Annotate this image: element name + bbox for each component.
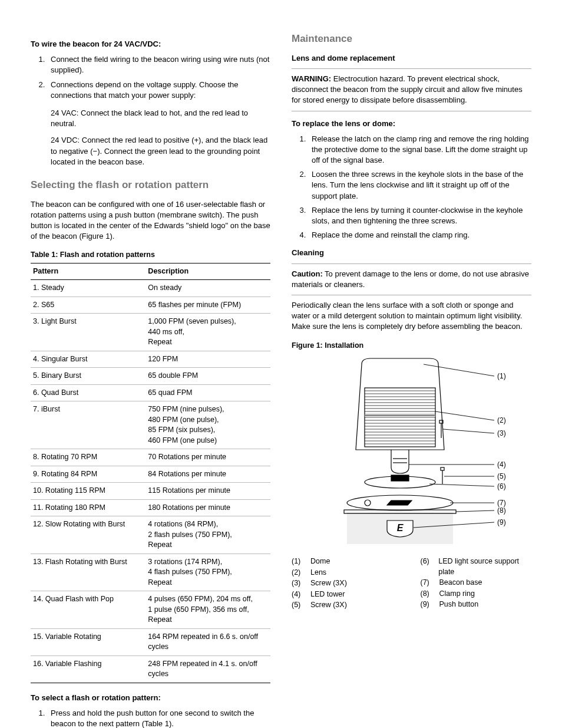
svg-line-41 [456, 510, 494, 512]
th-pattern: Pattern [31, 263, 146, 280]
caution-block: Caution: To prevent damage to the lens o… [292, 269, 531, 290]
legend-item: (5)Screw (3X) [292, 600, 403, 611]
cell-description: 180 Rotations per minute [146, 499, 270, 516]
table-row: 3. Light Burst1,000 FPM (seven pulses), … [31, 314, 270, 351]
select-steps-list: Press and hold the push button for one s… [31, 708, 270, 728]
wire-step: Connections depend on the voltage supply… [47, 80, 270, 101]
select-sub: To select a flash or rotation pattern: [31, 693, 270, 703]
legend-item: (7)Beacon base [421, 578, 532, 588]
cleaning-sub: Cleaning [292, 248, 531, 258]
callout-6: (6) [497, 482, 506, 490]
installation-figure: E (1) (2) (3) [292, 355, 531, 550]
legend-num: (8) [421, 589, 434, 599]
select-step: Press and hold the push button for one s… [47, 708, 270, 728]
legend-num: (9) [421, 599, 434, 610]
cell-pattern: 4. Singular Burst [31, 351, 146, 368]
legend-text: Screw (3X) [310, 578, 347, 589]
legend-item: (8)Clamp ring [421, 589, 532, 599]
legend-item: (6)LED light source support plate [421, 556, 532, 577]
legend-num: (2) [292, 568, 305, 578]
legend-text: Dome [310, 556, 330, 567]
table-row: 10. Rotating 115 RPM115 Rotations per mi… [31, 483, 270, 500]
cleaning-para: Periodically clean the lens surface with… [292, 300, 531, 332]
replace-step: Release the latch on the clamp ring and … [308, 134, 531, 166]
legend-text: Lens [310, 568, 326, 578]
callout-2: (2) [497, 416, 506, 424]
cell-pattern: 11. Rotating 180 RPM [31, 499, 146, 516]
right-column: Maintenance Lens and dome replacement WA… [292, 32, 531, 728]
callout-7: (7) [497, 499, 506, 507]
cell-pattern: 12. Slow Rotating with Burst [31, 516, 146, 554]
lens-dome-sub: Lens and dome replacement [292, 53, 531, 64]
table-row: 5. Binary Burst65 double FPM [31, 368, 270, 385]
cell-description: 70 Rotations per minute [146, 449, 270, 466]
divider [292, 111, 531, 111]
wire-heading: To wire the beacon for 24 VAC/VDC: [31, 39, 270, 50]
callout-9: (9) [497, 518, 506, 526]
left-column: To wire the beacon for 24 VAC/VDC: Conne… [31, 32, 270, 728]
warning-block: WARNING: Electrocution hazard. To preven… [292, 74, 531, 106]
cell-pattern: 14. Quad Flash with Pop [31, 591, 146, 629]
selecting-heading: Selecting the flash or rotation pattern [31, 178, 270, 192]
legend-item: (3)Screw (3X) [292, 578, 403, 589]
caution-text: To prevent damage to the lens or dome, d… [292, 269, 529, 289]
cell-description: 750 FPM (nine pulses), 480 FPM (one puls… [146, 401, 270, 449]
cell-description: 4 rotations (84 RPM), 2 flash pulses (75… [146, 516, 270, 554]
legend-num: (6) [421, 556, 433, 577]
table-row: 6. Quad Burst65 quad FPM [31, 384, 270, 401]
callout-1: (1) [497, 372, 506, 380]
wire-sub-vdc: 24 VDC: Connect the red lead to positive… [51, 135, 270, 167]
cell-pattern: 7. iBurst [31, 401, 146, 449]
cell-description: 4 pulses (650 FPM), 204 ms off, 1 pulse … [146, 591, 270, 629]
cell-description: 120 FPM [146, 351, 270, 368]
table-row: 13. Flash Rotating with Burst3 rotations… [31, 554, 270, 591]
table-row: 4. Singular Burst120 FPM [31, 351, 270, 368]
replace-step: Loosen the three screws in the keyhole s… [308, 169, 531, 202]
maintenance-heading: Maintenance [292, 32, 531, 46]
callout-5: (5) [497, 472, 506, 480]
cell-description: 65 double FPM [146, 368, 270, 385]
cell-pattern: 1. Steady [31, 280, 146, 297]
legend-text: Clamp ring [439, 589, 475, 599]
cell-description: 84 Rotations per minute [146, 466, 270, 483]
legend-item: (9)Push button [421, 599, 532, 610]
cell-pattern: 15. Variable Rotating [31, 628, 146, 655]
table-caption: Table 1: Flash and rotation patterns [31, 250, 270, 261]
svg-rect-27 [391, 475, 409, 481]
legend-num: (3) [292, 578, 305, 589]
cell-description: 3 rotations (174 RPM), 4 flash pulses (7… [146, 554, 270, 591]
legend-text: Screw (3X) [310, 600, 347, 611]
legend-num: (1) [292, 556, 305, 567]
table-row: 2. S6565 flashes per minute (FPM) [31, 297, 270, 314]
legend-item: (1)Dome [292, 556, 403, 567]
th-description: Description [146, 263, 270, 280]
callout-8: (8) [497, 506, 506, 515]
divider [292, 263, 531, 264]
legend-num: (4) [292, 589, 305, 600]
legend-text: LED tower [310, 589, 345, 600]
cell-description: 65 quad FPM [146, 384, 270, 401]
legend-text: Beacon base [439, 578, 482, 588]
svg-text:E: E [396, 523, 404, 533]
selecting-para: The beacon can be configured with one of… [31, 199, 270, 242]
legend-text: LED light source support plate [438, 556, 531, 577]
cell-pattern: 13. Flash Rotating with Burst [31, 554, 146, 591]
table-row: 8. Rotating 70 RPM70 Rotations per minut… [31, 449, 270, 466]
svg-line-36 [443, 429, 494, 433]
table-row: 7. iBurst750 FPM (nine pulses), 480 FPM … [31, 401, 270, 449]
cell-description: 115 Rotations per minute [146, 483, 270, 500]
caution-label: Caution: [292, 269, 323, 278]
cell-description: 1,000 FPM (seven pulses), 440 ms off, Re… [146, 314, 270, 351]
svg-point-31 [365, 500, 371, 506]
callout-3: (3) [497, 429, 506, 437]
figure-legend: (1)Dome(2)Lens(3)Screw (3X)(4)LED tower(… [292, 556, 531, 611]
svg-line-35 [435, 411, 494, 420]
table-row: 16. Variable Flashing248 FPM repeated in… [31, 655, 270, 683]
cell-pattern: 3. Light Burst [31, 314, 146, 351]
divider [292, 295, 531, 295]
cell-pattern: 16. Variable Flashing [31, 655, 146, 683]
table-row: 11. Rotating 180 RPM180 Rotations per mi… [31, 499, 270, 516]
legend-num: (7) [421, 578, 434, 588]
divider [292, 68, 531, 69]
replace-sub: To replace the lens or dome: [292, 118, 531, 129]
